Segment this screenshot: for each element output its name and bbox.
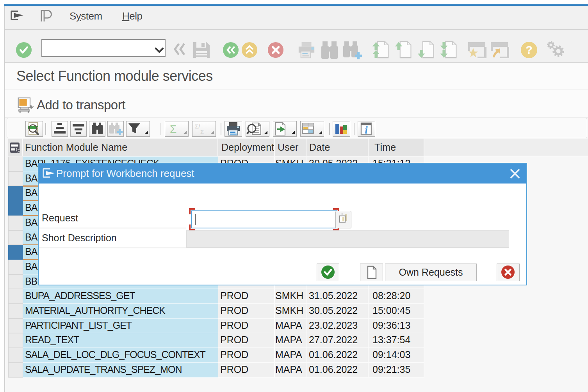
svg-text:Σ: Σ (200, 128, 204, 135)
svg-text:Σ/: Σ/ (195, 123, 200, 130)
svg-text:i: i (365, 124, 368, 136)
svg-text:?: ? (526, 44, 533, 56)
svg-text:Σ: Σ (170, 123, 176, 135)
